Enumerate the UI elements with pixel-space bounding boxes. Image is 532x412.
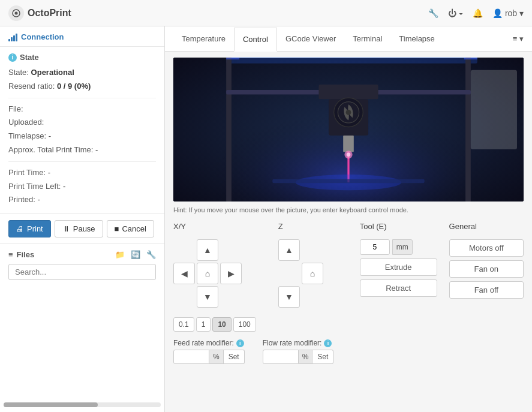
resend-value: 0 / 9 (0%) — [57, 82, 91, 91]
tab-terminal[interactable]: Terminal — [344, 26, 390, 52]
svg-point-13 — [346, 110, 351, 115]
navbar: OctoPrint 🔧 ⏻ ▾ 🔔 👤 rob ▾ — [0, 0, 532, 26]
flow-rate-input[interactable] — [263, 350, 299, 364]
wrench-icon[interactable]: 🔧 — [428, 8, 438, 18]
print-time-left-value: - — [63, 182, 65, 191]
info-icon: i — [8, 53, 17, 62]
state-title: i State — [8, 53, 156, 62]
svg-point-17 — [347, 153, 351, 157]
print-time-label: Print Time: — [8, 168, 46, 177]
xy-empty-bl — [173, 286, 195, 308]
state-operational-row: State: Operational — [8, 67, 156, 79]
feed-rate-input[interactable] — [173, 350, 209, 364]
tabs-right: ≡ ▾ — [513, 26, 524, 51]
step-0.1-button[interactable]: 0.1 — [173, 317, 194, 332]
svg-rect-9 — [318, 85, 378, 99]
printed-value: - — [37, 195, 40, 204]
logo-icon — [8, 5, 24, 21]
user-menu[interactable]: 👤 rob ▾ — [492, 8, 524, 18]
z-empty-r1 — [302, 239, 323, 261]
xy-right-button[interactable]: ▶ — [220, 263, 242, 284]
z-header: Z — [278, 222, 348, 233]
uploaded-row: Uploaded: — [8, 116, 156, 129]
mm-unit-label: mm — [392, 239, 413, 255]
cancel-label: Cancel — [122, 224, 146, 233]
print-time-left-label: Print Time Left: — [8, 182, 61, 191]
content-area: Temperature Control GCode Viewer Termina… — [165, 26, 532, 412]
fan-off-button[interactable]: Fan off — [449, 281, 524, 299]
svg-rect-19 — [272, 179, 424, 184]
feed-rate-group: Feed rate modifier: i % Set — [173, 339, 245, 364]
xy-home-button[interactable]: ⌂ — [197, 263, 218, 284]
connection-label[interactable]: Connection — [21, 32, 64, 41]
general-controls: Motors off Fan on Fan off — [449, 239, 524, 299]
xy-down-button[interactable]: ▼ — [197, 286, 218, 308]
print-button[interactable]: 🖨 Print — [8, 220, 51, 237]
fan-on-button[interactable]: Fan on — [449, 260, 524, 278]
timelapse-label: Timelapse: — [8, 131, 49, 140]
xy-left-button[interactable]: ◀ — [173, 263, 195, 284]
feed-rate-label: Feed rate modifier: i — [173, 339, 245, 347]
tool-column: Tool (E) mm Extrude Retract — [360, 222, 437, 312]
step-buttons: 0.1 1 10 100 — [173, 317, 524, 332]
z-empty-r3 — [302, 286, 323, 308]
tab-gcode[interactable]: GCode Viewer — [277, 26, 344, 52]
cancel-button[interactable]: ■ Cancel — [107, 220, 154, 237]
hint-text: Hint: If you move your mouse over the pi… — [173, 205, 524, 215]
step-100-button[interactable]: 100 — [233, 317, 256, 332]
svg-rect-6 — [226, 58, 232, 202]
tool-mm-row: mm — [360, 239, 437, 255]
bell-icon[interactable]: 🔔 — [473, 8, 483, 18]
svg-rect-7 — [465, 58, 471, 202]
z-down-button[interactable]: ▼ — [278, 286, 300, 308]
power-icon[interactable]: ⏻ ▾ — [448, 8, 463, 18]
z-home-button[interactable]: ⌂ — [302, 263, 323, 284]
xy-empty-tl — [173, 239, 195, 261]
svg-rect-21 — [464, 58, 477, 59]
resend-row: Resend ratio: 0 / 9 (0%) — [8, 80, 156, 93]
pause-button[interactable]: ⏸ Pause — [55, 220, 103, 237]
upload-icon[interactable]: 📁 — [115, 250, 125, 259]
step-1-button[interactable]: 1 — [196, 317, 211, 332]
general-column: General Motors off Fan on Fan off — [449, 222, 524, 312]
svg-point-1 — [15, 11, 18, 14]
controls-grid: X/Y ▲ ◀ ⌂ ▶ ▼ — [173, 222, 524, 312]
z-up-button[interactable]: ▲ — [278, 239, 300, 261]
printed-label: Printed: — [8, 195, 35, 204]
svg-rect-5 — [226, 58, 477, 64]
tab-timelapse[interactable]: Timelapse — [390, 26, 443, 52]
xy-up-button[interactable]: ▲ — [197, 239, 218, 261]
tab-menu-button[interactable]: ≡ ▾ — [513, 34, 524, 43]
flow-rate-label: Flow rate modifier: i — [263, 339, 334, 347]
resend-label: Resend ratio: — [8, 82, 55, 91]
tab-control[interactable]: Control — [234, 28, 277, 52]
tool-mm-input[interactable] — [360, 239, 390, 255]
printed-row: Printed: - — [8, 194, 156, 206]
tab-temperature[interactable]: Temperature — [173, 26, 234, 52]
step-buttons-container: 0.1 1 10 100 — [173, 317, 524, 332]
extrude-button[interactable]: Extrude — [360, 258, 437, 276]
feed-rate-set-button[interactable]: Set — [224, 350, 245, 364]
motors-off-button[interactable]: Motors off — [449, 239, 524, 257]
xy-empty-tr — [220, 239, 242, 261]
flow-rate-set-button[interactable]: Set — [312, 350, 333, 364]
files-header-left: ≡ Files — [8, 250, 34, 259]
refresh-icon[interactable]: 🔄 — [131, 250, 140, 259]
approx-label: Approx. Total Print Time: — [8, 145, 95, 154]
general-header: General — [449, 222, 524, 233]
state-section-label: State — [20, 53, 39, 62]
feed-rate-info-icon[interactable]: i — [236, 339, 244, 347]
cancel-icon: ■ — [115, 224, 119, 233]
file-label: File: — [8, 104, 23, 113]
settings-icon[interactable]: 🔧 — [146, 250, 156, 259]
modifiers-row: Feed rate modifier: i % Set Flow rate mo… — [173, 339, 524, 364]
approx-value: - — [95, 145, 98, 154]
retract-button[interactable]: Retract — [360, 279, 437, 297]
xy-header: X/Y — [173, 222, 266, 233]
search-input[interactable] — [8, 264, 156, 280]
print-label: Print — [27, 224, 43, 233]
flow-rate-info-icon[interactable]: i — [324, 339, 332, 347]
files-header: ≡ Files 📁 🔄 🔧 — [8, 250, 156, 259]
step-10-button[interactable]: 10 — [212, 317, 231, 332]
state-label: State: — [8, 68, 31, 77]
